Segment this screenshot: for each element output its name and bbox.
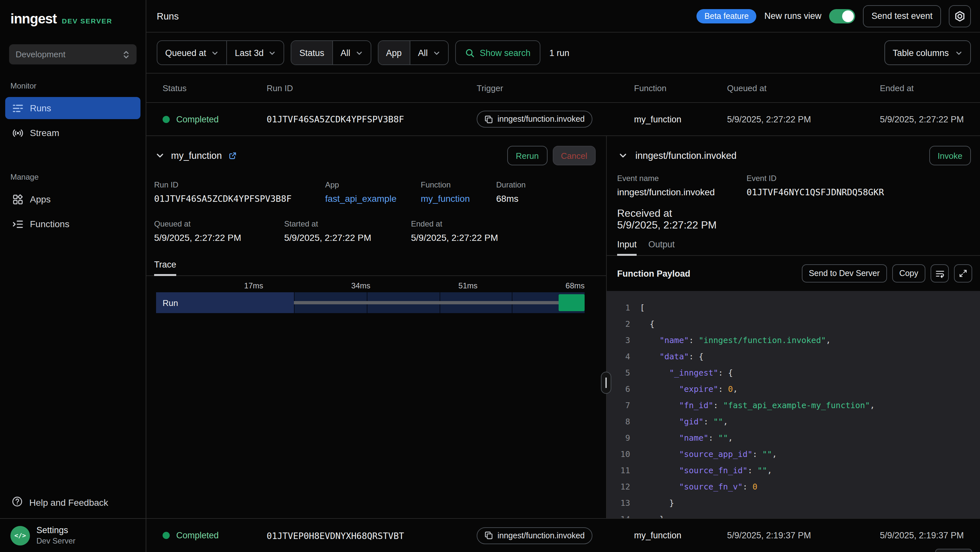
payload-code-lines: 1[2 {3 "name": "inngest/function.invoked…: [607, 300, 980, 518]
functions-icon: [12, 219, 24, 230]
run-details-split: my_function Rerun Cancel Run ID 01JTVF46…: [146, 136, 980, 518]
partial-element: [935, 549, 972, 552]
status-label: Completed: [176, 531, 219, 540]
expand-payload-button[interactable]: [954, 264, 972, 282]
status-dot-completed: [162, 116, 170, 123]
status-filter-value-seg[interactable]: All: [332, 41, 370, 64]
tab-trace[interactable]: Trace: [154, 260, 176, 275]
code-line: 14 },: [607, 511, 980, 518]
settings-gear-button[interactable]: [949, 5, 971, 27]
payload-tabbar: Input Output: [607, 239, 980, 256]
environment-select[interactable]: Development: [9, 44, 137, 64]
code-line: 8 "gid": "",: [607, 413, 980, 430]
trace-timeline-row[interactable]: Run: [156, 292, 585, 313]
search-icon: [465, 48, 474, 57]
column-header-ended-at: Ended at: [880, 83, 980, 93]
new-runs-view-label: New runs view: [764, 11, 822, 21]
section-label-manage: Manage: [10, 172, 135, 182]
chevron-down-icon: [212, 49, 218, 56]
app-window: inngest DEV SERVER Development Monitor R…: [0, 0, 980, 552]
page-title: Runs: [157, 11, 179, 21]
main-area: Runs Beta feature New runs view Send tes…: [146, 0, 980, 552]
app-filter-value-seg[interactable]: All: [409, 41, 448, 64]
app-filter-label-seg: App: [378, 41, 409, 64]
help-and-feedback[interactable]: Help and Feedback: [5, 491, 140, 514]
chevron-down-icon: [433, 49, 440, 56]
trace-exec-segment: [558, 294, 585, 311]
run-trace-panel: my_function Rerun Cancel Run ID 01JTVF46…: [146, 136, 606, 518]
table-row[interactable]: Completed 01JTVEP0H8EVDNYXH68QRSTVBT inn…: [146, 519, 980, 552]
ended-at-cell: 5/9/2025, 2:19:37 PM: [880, 531, 980, 540]
event-id-value: 01JTVF46NYC1QSFJDNRDQ58GKR: [746, 187, 884, 197]
chevron-down-icon: [619, 151, 628, 160]
code-line: 4 "data": {: [607, 348, 980, 365]
started-at-value: 5/9/2025, 2:27:22 PM: [284, 232, 411, 243]
received-at-value: 5/9/2025, 2:27:22 PM: [617, 219, 970, 231]
column-header-run-id: Run ID: [267, 83, 477, 93]
app-filter-label: App: [386, 48, 402, 57]
send-to-dev-server-button[interactable]: Send to Dev Server: [802, 264, 887, 282]
code-line: 1[: [607, 300, 980, 316]
rerun-button[interactable]: Rerun: [507, 146, 547, 165]
function-label: Function: [421, 180, 496, 190]
payload-title: Function Payload: [617, 268, 690, 278]
tick-34ms: 34ms: [351, 281, 370, 290]
settings-row[interactable]: </> Settings Dev Server: [0, 518, 146, 552]
trigger-event-name: inngest/function.invoked: [498, 531, 585, 540]
function-link[interactable]: my_function: [421, 193, 496, 204]
trace-grid: [294, 292, 585, 313]
queued-at-filter[interactable]: Queued at: [158, 41, 226, 64]
code-line: 6 "expire": 0,: [607, 381, 980, 397]
trace-run-label: Run: [156, 292, 294, 313]
event-details-panel: inngest/function.invoked Invoke Event na…: [606, 136, 980, 518]
sidebar-item-runs[interactable]: Runs: [5, 97, 140, 119]
status-label: Completed: [176, 114, 219, 124]
column-header-function: Function: [634, 83, 727, 93]
panel-resize-handle[interactable]: [601, 372, 611, 394]
external-link-icon[interactable]: [228, 152, 237, 160]
send-test-event-button[interactable]: Send test event: [863, 5, 941, 27]
settings-title: Settings: [37, 525, 75, 535]
tick-17ms: 17ms: [244, 281, 263, 290]
code-line: 11 "source_fn_id": "",: [607, 462, 980, 479]
run-id-value: 01JTVEP0H8EVDNYXH68QRSTVBT: [267, 530, 477, 541]
table-row[interactable]: Completed 01JTVF46SA5ZCDK4YPFSPV3B8F inn…: [146, 103, 980, 136]
expand-icon: [959, 269, 968, 278]
run-title: my_function: [171, 150, 222, 161]
tab-input[interactable]: Input: [617, 239, 636, 255]
event-name-label: Event name: [617, 174, 746, 183]
copy-button[interactable]: Copy: [892, 264, 925, 282]
word-wrap-button[interactable]: [931, 264, 949, 282]
time-range-filter[interactable]: Last 3d: [226, 41, 284, 64]
collapse-event-chevron[interactable]: [617, 150, 629, 161]
invoke-button[interactable]: Invoke: [929, 146, 971, 165]
trigger-event-pill[interactable]: inngest/function.invoked: [477, 111, 592, 128]
status-filter-label-seg: Status: [292, 41, 332, 64]
new-runs-view-toggle[interactable]: [829, 9, 855, 23]
time-range-value: Last 3d: [235, 48, 264, 57]
run-count: 1 run: [549, 48, 570, 57]
table-columns-button[interactable]: Table columns: [884, 40, 971, 65]
sidebar-item-functions[interactable]: Functions: [5, 213, 140, 235]
cancel-button[interactable]: Cancel: [552, 146, 596, 165]
trigger-event-pill[interactable]: inngest/function.invoked: [477, 527, 592, 544]
run-id-label: Run ID: [154, 180, 325, 190]
queued-at-cell: 5/9/2025, 2:27:22 PM: [727, 114, 880, 124]
app-link[interactable]: fast_api_example: [325, 193, 421, 204]
inngest-logo: inngest: [10, 11, 57, 27]
started-at-label: Started at: [284, 219, 411, 228]
copy-event-icon: [484, 531, 493, 540]
code-line: 9 "name": "",: [607, 430, 980, 446]
queued-at-cell: 5/9/2025, 2:19:37 PM: [727, 531, 880, 540]
sidebar-item-stream[interactable]: Stream: [5, 122, 140, 144]
duration-label: Duration: [496, 180, 526, 190]
topbar: Runs Beta feature New runs view Send tes…: [146, 0, 980, 32]
sidebar-item-apps[interactable]: Apps: [5, 188, 140, 210]
environment-select-value: Development: [16, 49, 65, 59]
settings-subtitle: Dev Server: [37, 536, 75, 546]
tab-output[interactable]: Output: [648, 239, 675, 255]
code-line: 5 "_inngest": {: [607, 365, 980, 381]
collapse-run-chevron[interactable]: [154, 150, 166, 161]
show-search-button[interactable]: Show search: [455, 40, 540, 65]
sidebar: inngest DEV SERVER Development Monitor R…: [0, 0, 146, 552]
